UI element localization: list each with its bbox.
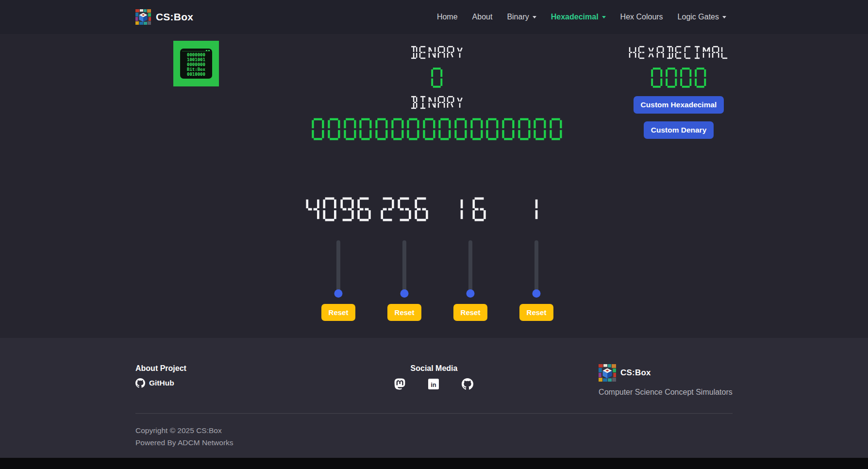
- linkedin-link[interactable]: in: [428, 378, 439, 390]
- mastodon-link[interactable]: [394, 378, 405, 390]
- hex-digit-slider-256[interactable]: [400, 240, 409, 295]
- hexadecimal-display: [651, 67, 706, 88]
- place-value-1: [529, 197, 544, 222]
- slider-track[interactable]: [468, 240, 472, 295]
- nav-item-hex-colours[interactable]: Hex Colours: [614, 9, 669, 25]
- place-value-16: [454, 197, 486, 222]
- github-icon: [462, 378, 473, 390]
- slider-track[interactable]: [534, 240, 538, 295]
- nav-links: Home About Binary Hexadecimal Hex Colour…: [431, 9, 733, 25]
- hexadecimal-column: Custom Hexadecimal Custom Denary: [623, 34, 734, 139]
- footer-tagline: Computer Science Concept Simulators: [599, 388, 733, 397]
- slider-track[interactable]: [336, 240, 340, 295]
- github-icon: [135, 378, 145, 388]
- reset-button-16[interactable]: Reset: [453, 304, 488, 321]
- powered-by-text[interactable]: Powered By ADCM Networks: [135, 436, 733, 449]
- footer-social-column: Social Media in: [335, 364, 533, 390]
- hexadecimal-heading: [629, 46, 729, 59]
- hex-digit-slider-1[interactable]: [532, 240, 541, 295]
- custom-hexadecimal-button[interactable]: Custom Hexadecimal: [634, 96, 724, 114]
- footer-divider: [135, 413, 733, 414]
- github-link-label: GitHub: [149, 379, 174, 387]
- github-repo-link[interactable]: GitHub: [135, 378, 174, 388]
- custom-denary-button[interactable]: Custom Denary: [644, 121, 714, 139]
- csbox-logo-icon: [599, 364, 616, 382]
- footer-brand-title: CS:Box: [620, 368, 651, 378]
- bitbox-titlebar-dots: [206, 50, 210, 51]
- footer: About Project GitHub Social Media in: [0, 338, 868, 458]
- social-media-heading: Social Media: [335, 364, 533, 373]
- slider-thumb[interactable]: [533, 289, 541, 298]
- nav-item-logic-gates-dropdown[interactable]: Logic Gates: [671, 9, 733, 25]
- brand-link[interactable]: CS:Box: [135, 9, 193, 25]
- reset-button-4096[interactable]: Reset: [321, 304, 356, 321]
- slider-column-256: Reset: [373, 197, 436, 321]
- linkedin-icon: in: [428, 378, 439, 390]
- chevron-down-icon: [602, 16, 606, 18]
- csbox-hexadecimal-page: CS:Box Home About Binary Hexadecimal Hex…: [0, 0, 868, 469]
- hex-digit-slider-16[interactable]: [466, 240, 475, 295]
- bitbox-logo-tile[interactable]: 0000000 1001001 0000000 Bit:Box 0010000: [173, 41, 219, 86]
- slider-column-4096: Reset: [307, 197, 370, 321]
- nav-item-hexadecimal-dropdown[interactable]: Hexadecimal: [545, 9, 612, 25]
- denary-binary-column: [311, 34, 563, 141]
- place-value-256: [380, 197, 429, 222]
- mastodon-icon: [394, 378, 405, 390]
- place-value-4096: [305, 197, 371, 222]
- reset-button-256[interactable]: Reset: [387, 304, 422, 321]
- github-social-link[interactable]: [462, 378, 473, 390]
- brand-title: CS:Box: [156, 11, 193, 23]
- main-content: 0000000 1001001 0000000 Bit:Box 0010000 …: [0, 34, 868, 338]
- denary-heading: [410, 46, 464, 59]
- nav-item-about[interactable]: About: [466, 9, 499, 25]
- bitbox-titlebar: [182, 51, 210, 51]
- nav-item-home[interactable]: Home: [431, 9, 464, 25]
- nav-item-binary-dropdown[interactable]: Binary: [501, 9, 542, 25]
- denary-display: [431, 67, 443, 88]
- about-project-heading: About Project: [135, 364, 333, 373]
- copyright-text: Copyright © 2025 CS:Box: [135, 424, 733, 436]
- footer-legal: Copyright © 2025 CS:Box Powered By ADCM …: [135, 424, 733, 449]
- footer-about-column: About Project GitHub: [135, 364, 333, 390]
- reset-button-1[interactable]: Reset: [519, 304, 554, 321]
- binary-heading: [410, 96, 464, 109]
- footer-brand-column: CS:Box Computer Science Concept Simulato…: [535, 364, 733, 397]
- binary-display: [311, 117, 562, 141]
- svg-text:in: in: [431, 381, 437, 388]
- navbar: CS:Box Home About Binary Hexadecimal Hex…: [0, 0, 868, 34]
- slider-thumb[interactable]: [334, 289, 343, 298]
- slider-column-1: Reset: [505, 197, 568, 321]
- slider-thumb[interactable]: [467, 289, 475, 298]
- csbox-logo-icon: [135, 9, 151, 25]
- chevron-down-icon: [722, 16, 726, 18]
- chevron-down-icon: [533, 16, 536, 18]
- social-icons-row: in: [335, 378, 533, 390]
- slider-thumb[interactable]: [401, 289, 409, 298]
- bitbox-screen: 0000000 1001001 0000000 Bit:Box 0010000: [180, 49, 212, 79]
- slider-track[interactable]: [402, 240, 406, 295]
- slider-column-16: Reset: [439, 197, 502, 321]
- hex-digit-slider-4096[interactable]: [334, 240, 343, 295]
